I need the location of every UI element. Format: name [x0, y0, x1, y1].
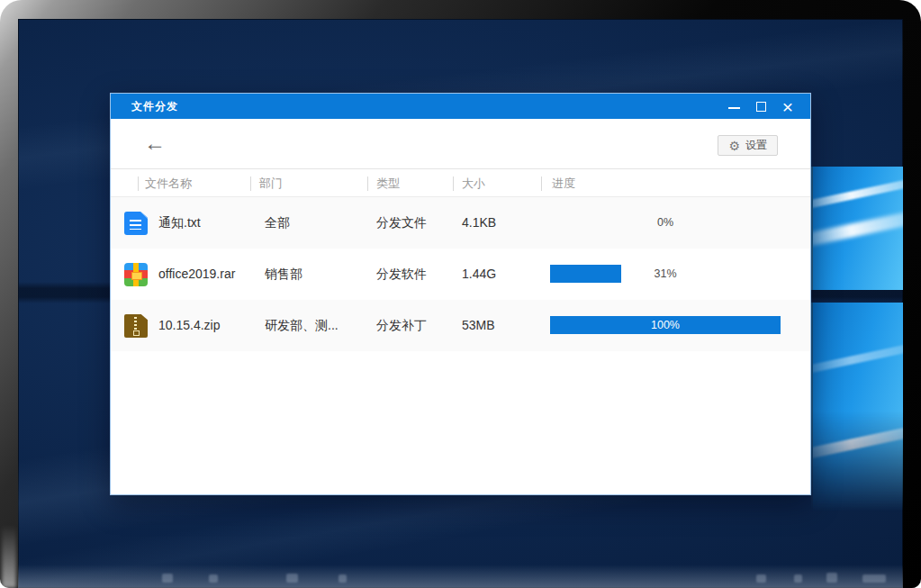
progress-bar: 31%	[550, 265, 781, 283]
light-streak	[811, 176, 903, 213]
window-controls: ×	[720, 94, 801, 119]
file-name: 通知.txt	[158, 197, 201, 249]
file-size: 53MB	[462, 300, 495, 351]
desktop-photo: 文件分发 × ← ⚙ 设置 文件名称	[0, 0, 921, 588]
taskbar-icon-blur	[209, 574, 218, 583]
desktop-wallpaper: 文件分发 × ← ⚙ 设置 文件名称	[18, 19, 903, 588]
txt-file-icon	[124, 212, 148, 235]
distribution-type: 分发软件	[376, 249, 427, 300]
progress-bar: 100%	[550, 316, 781, 334]
maximize-icon	[756, 102, 766, 112]
settings-button[interactable]: ⚙ 设置	[718, 135, 778, 156]
zip-file-icon	[124, 314, 148, 338]
windows-logo-upper-pane	[811, 167, 903, 290]
table-row[interactable]: 10.15.4.zip 研发部、测... 分发补丁 53MB 100%	[111, 300, 810, 351]
taskbar-icon-blur	[162, 574, 173, 583]
department: 销售部	[265, 249, 302, 300]
window-title: 文件分发	[131, 99, 178, 114]
tray-icon-blur	[826, 573, 837, 583]
table-row[interactable]: 通知.txt 全部 分发文件 4.1KB 0%	[111, 197, 810, 249]
distribution-type: 分发补丁	[376, 300, 427, 351]
progress-bar: 0%	[550, 213, 781, 231]
file-name: 10.15.4.zip	[158, 300, 221, 351]
rar-file-icon	[124, 263, 148, 286]
tray-clock-blur	[862, 574, 886, 583]
toolbar: ← ⚙ 设置	[111, 119, 810, 169]
file-size: 4.1KB	[462, 197, 496, 249]
column-header-department: 部门	[259, 169, 283, 197]
light-streak	[811, 424, 903, 463]
light-streak	[811, 341, 903, 377]
minimize-icon	[728, 107, 740, 109]
windows-logo-lower-pane	[811, 303, 903, 511]
back-arrow-icon: ←	[144, 131, 166, 155]
back-button[interactable]: ←	[141, 131, 168, 157]
column-header-filename: 文件名称	[145, 169, 192, 197]
table-row[interactable]: office2019.rar 销售部 分发软件 1.44G 31%	[111, 249, 810, 300]
column-header-type: 类型	[376, 169, 400, 197]
bezel-highlight	[2, 525, 16, 588]
taskbar-icon-blur	[339, 574, 347, 583]
close-icon: ×	[782, 97, 793, 116]
file-size: 1.44G	[462, 249, 496, 300]
file-distribution-window: 文件分发 × ← ⚙ 设置 文件名称	[110, 93, 811, 495]
file-name: office2019.rar	[158, 249, 235, 300]
column-header-progress: 进度	[552, 169, 575, 197]
distribution-type: 分发文件	[376, 197, 427, 249]
gear-icon: ⚙	[728, 140, 740, 152]
progress-label: 100%	[550, 316, 781, 334]
table-body: 通知.txt 全部 分发文件 4.1KB 0% office2019.rar 销…	[111, 197, 810, 351]
column-separator	[541, 176, 542, 191]
column-separator	[453, 176, 454, 191]
maximize-button[interactable]	[747, 94, 774, 119]
department: 全部	[265, 197, 290, 249]
monitor-frame: 文件分发 × ← ⚙ 设置 文件名称	[0, 0, 921, 588]
minimize-button[interactable]	[720, 94, 747, 119]
table-header: 文件名称 部门 类型 大小 进度	[111, 169, 810, 197]
window-titlebar: 文件分发 ×	[111, 94, 810, 119]
column-separator	[250, 176, 251, 191]
tray-icon-blur	[756, 574, 766, 583]
settings-button-label: 设置	[745, 138, 767, 153]
light-streak	[811, 209, 903, 250]
blurred-taskbar	[18, 565, 903, 588]
close-button[interactable]: ×	[774, 94, 801, 119]
tray-icon-blur	[794, 574, 802, 583]
column-header-size: 大小	[462, 169, 485, 197]
progress-label: 31%	[550, 265, 781, 283]
column-separator	[138, 176, 139, 191]
department: 研发部、测...	[265, 300, 339, 351]
taskbar-icon-blur	[286, 574, 298, 583]
progress-label: 0%	[550, 213, 781, 231]
column-separator	[367, 176, 368, 191]
